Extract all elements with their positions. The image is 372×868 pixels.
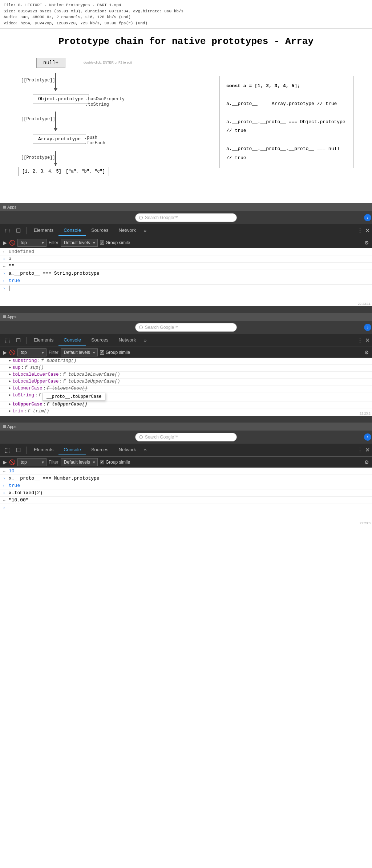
- tab-sources-2[interactable]: Sources: [86, 335, 114, 346]
- levels-arrow-3: ▼: [92, 460, 96, 464]
- co-line-1-3: › a.__proto__ === String.prototype: [0, 270, 372, 277]
- tab-console-2[interactable]: Console: [58, 335, 86, 346]
- prop-key-sup: sup: [12, 365, 21, 370]
- search-bar-row-2: Search Google™ ›: [0, 321, 372, 334]
- dropdown-arrow-1: ▼: [41, 241, 45, 245]
- devtools-panel-3: Apps Search Google™ › ⬚ ☐ Elements Conso…: [0, 423, 372, 526]
- kebab-icon-1[interactable]: ⋮: [357, 227, 363, 234]
- search-bar-3[interactable]: Search Google™: [135, 433, 237, 441]
- prop-val-tolocaleuppercase: f toLocaleUpperCase(): [63, 379, 120, 384]
- tab-console-1[interactable]: Console: [58, 225, 86, 236]
- levels-dropdown-2[interactable]: Default levels ▼: [61, 348, 98, 356]
- search-bar-row-3: Search Google™ ›: [0, 431, 372, 444]
- expand-btn-1[interactable]: ›: [364, 214, 371, 221]
- levels-dropdown-1[interactable]: Default levels ▼: [61, 239, 98, 247]
- co-input-3[interactable]: ›: [0, 504, 372, 511]
- group-simile-row-2: ✓ Group simile: [100, 350, 130, 355]
- pointer-icon[interactable]: ⬚: [2, 226, 12, 236]
- tab-more-2[interactable]: »: [141, 335, 149, 345]
- array-method-2: .forEach: [84, 141, 105, 146]
- devtools-tabs-1: ⬚ ☐ Elements Console Sources Network » ⋮…: [0, 224, 372, 237]
- gear-icon-3[interactable]: ⚙: [364, 459, 369, 465]
- run-btn-3[interactable]: ▶: [3, 459, 7, 465]
- prop-key-tolowercase: toLowerCase: [12, 386, 43, 391]
- array-method-1: .push: [84, 135, 97, 140]
- array-instance-1: [1, 2, 3, 4, 5]: [18, 167, 65, 176]
- prop-line-tolowercase: ▶ toLowerCase : f toLowerCase(): [0, 385, 372, 392]
- search-placeholder-3: Search Google™: [145, 435, 178, 440]
- co-input-1[interactable]: ›: [0, 284, 372, 291]
- tab-elements-2[interactable]: Elements: [29, 335, 58, 346]
- device-icon-3[interactable]: ☐: [13, 445, 23, 455]
- tab-sources-3[interactable]: Sources: [86, 445, 114, 455]
- device-icon-2[interactable]: ☐: [13, 335, 23, 346]
- close-icon-1[interactable]: ✕: [365, 227, 370, 234]
- prop-val-tostring: f: [39, 393, 41, 398]
- top-dropdown-2[interactable]: top ▼: [17, 348, 46, 356]
- gear-icon-2[interactable]: ⚙: [364, 350, 369, 355]
- co-text-1-3: a.__proto__ === String.prototype: [9, 271, 369, 276]
- tab-more-1[interactable]: »: [141, 226, 149, 235]
- co-arrow-3-1: ›: [3, 476, 9, 481]
- devtools-panel-2: Apps Search Google™ › ⬚ ☐ Elements Conso…: [0, 313, 372, 416]
- tab-sources-1[interactable]: Sources: [86, 225, 114, 236]
- search-bar-1[interactable]: Search Google™: [135, 213, 237, 222]
- group-simile-checkbox-1[interactable]: ✓: [100, 241, 104, 245]
- tab-network-1[interactable]: Network: [114, 225, 141, 236]
- devtools-topbar-2: Apps: [0, 313, 372, 321]
- pointer-icon-3[interactable]: ⬚: [2, 445, 12, 455]
- dropdown-arrow-3: ▼: [41, 460, 45, 464]
- devtools-topbar-1: Apps: [0, 203, 372, 211]
- block-btn-2[interactable]: 🚫: [9, 350, 15, 355]
- co-arrow-1-0: ←: [3, 249, 9, 254]
- co-arrow-3-4: ←: [3, 497, 9, 502]
- timestamp-1: 22:23:11: [358, 302, 371, 306]
- block-btn-3[interactable]: 🚫: [9, 459, 15, 465]
- code-line-4: a.__proto__.__proto__ === Object.prototy…: [226, 118, 347, 136]
- co-text-1-4: true: [9, 278, 369, 283]
- array-prototype-box: Array.prototype: [33, 134, 86, 144]
- top-dropdown-1[interactable]: top ▼: [17, 239, 46, 247]
- tab-elements-3[interactable]: Elements: [29, 445, 58, 455]
- tab-network-3[interactable]: Network: [114, 445, 141, 455]
- co-arrow-1-3: ›: [3, 271, 9, 276]
- close-icon-3[interactable]: ✕: [365, 447, 370, 453]
- co-line-1-4: ← true: [0, 277, 372, 284]
- device-icon[interactable]: ☐: [13, 226, 23, 236]
- co-text-3-3: x.toFixed(2): [9, 490, 369, 496]
- pointer-icon-2[interactable]: ⬚: [2, 335, 12, 346]
- code-line-6: a.__proto__.__proto__.__proto__ === null…: [226, 145, 347, 162]
- co-line-3-3: › x.toFixed(2): [0, 489, 372, 497]
- levels-dropdown-3[interactable]: Default levels ▼: [61, 458, 98, 466]
- group-simile-checkbox-3[interactable]: ✓: [100, 460, 104, 464]
- top-dropdown-3[interactable]: top ▼: [17, 458, 46, 466]
- tab-elements-1[interactable]: Elements: [29, 225, 58, 236]
- kebab-icon-2[interactable]: ⋮: [357, 337, 363, 344]
- kebab-icon-3[interactable]: ⋮: [357, 447, 363, 453]
- separator-1: [0, 306, 372, 313]
- console-output-3: ← 10 › x.__proto__ === Number.prototype …: [0, 468, 372, 526]
- prop-line-tostring: ▶ toString : f __proto__.toUpperCase: [0, 392, 372, 401]
- gear-icon-1[interactable]: ⚙: [364, 240, 369, 246]
- tab-console-3[interactable]: Console: [58, 445, 86, 455]
- expand-btn-2[interactable]: ›: [364, 324, 371, 331]
- null-box[interactable]: null+: [36, 58, 65, 68]
- co-line-1-2: ← "": [0, 263, 372, 270]
- expand-btn-3[interactable]: ›: [364, 433, 371, 441]
- console-output-1: ← undefined › a ← "" › a.__proto__ === S…: [0, 248, 372, 306]
- group-simile-checkbox-2[interactable]: ✓: [100, 350, 104, 355]
- code-line-1: [226, 91, 347, 100]
- diagram-title: Prototype chain for native prototypes - …: [15, 36, 357, 47]
- search-bar-2[interactable]: Search Google™: [135, 323, 237, 332]
- block-btn-1[interactable]: 🚫: [9, 240, 15, 246]
- diagram-left: null+ double-click, ENTER or F2 to edit …: [15, 58, 116, 174]
- close-icon-2[interactable]: ✕: [365, 337, 370, 344]
- run-btn-2[interactable]: ▶: [3, 350, 7, 355]
- co-text-1-1: a: [9, 256, 369, 262]
- tab-network-2[interactable]: Network: [114, 335, 141, 346]
- apps-grid-icon-2: [3, 315, 6, 318]
- prop-key-substring: substring: [12, 358, 37, 363]
- run-btn-1[interactable]: ▶: [3, 240, 7, 246]
- tab-more-3[interactable]: »: [141, 445, 149, 455]
- co-line-1-1: › a: [0, 255, 372, 263]
